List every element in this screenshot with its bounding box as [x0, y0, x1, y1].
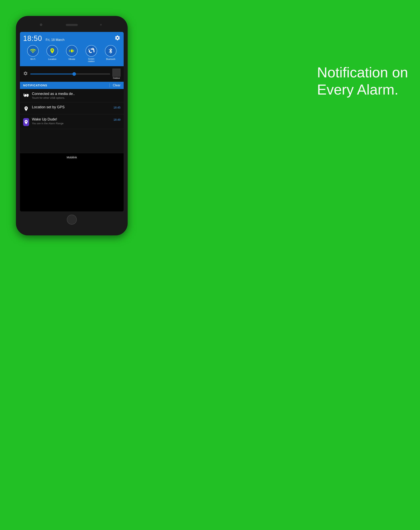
brightness-thumb — [72, 72, 76, 76]
time-display: 18:50 — [23, 34, 42, 43]
carrier-name: Mobilink — [67, 156, 77, 159]
toggle-bluetooth[interactable]: Bluetooth — [105, 45, 116, 63]
gps-row: Location set by GPS 18:45 — [32, 105, 120, 110]
toggle-screen-rotation[interactable]: Screen rotation — [86, 45, 97, 63]
phone-sensor — [100, 24, 102, 26]
outdoor-button[interactable] — [113, 69, 120, 77]
toggle-wifi[interactable]: Wi-Fi — [27, 45, 39, 63]
alarm-time: 18:49 — [114, 118, 120, 121]
clear-button[interactable]: Clear — [113, 84, 120, 87]
outdoor-label: Outdoor — [113, 77, 120, 79]
vibrate-circle — [66, 45, 78, 57]
quick-toggles: Wi-Fi Location — [23, 45, 120, 65]
empty-space — [20, 129, 124, 153]
brightness-fill — [30, 74, 74, 74]
usb-icon — [23, 92, 29, 98]
alarm-row: Wake Up Dude! 18:49 — [32, 117, 120, 122]
side-caption: Notification on Every Alarm. — [317, 64, 408, 98]
alarm-content: Wake Up Dude! 18:49 You are in the Alarm… — [32, 117, 120, 125]
phone-speaker — [66, 24, 78, 26]
notifications-label: NOTIFICATIONS — [23, 84, 110, 87]
toggle-location[interactable]: Location — [46, 45, 58, 63]
alarm-subtitle: You are in the Alarm Range — [32, 122, 120, 125]
usb-subtitle: Touch for other USB options. — [32, 96, 120, 99]
svg-point-0 — [26, 121, 27, 122]
notification-usb[interactable]: Connected as a media de.. Touch for othe… — [20, 89, 124, 102]
phone-body: 18:50 Fri, 18 March — [16, 16, 128, 236]
status-row: 18:50 Fri, 18 March — [23, 34, 120, 43]
gps-content: Location set by GPS 18:45 — [32, 105, 120, 110]
date-display: Fri, 18 March — [46, 38, 64, 42]
rotation-label: Screen rotation — [88, 58, 95, 63]
vibrate-label: Vibrate — [68, 58, 75, 60]
alarm-title: Wake Up Dude! — [32, 117, 57, 121]
phone-screen: 18:50 Fri, 18 March — [20, 32, 124, 211]
settings-gear-icon[interactable] — [115, 35, 120, 42]
home-button[interactable] — [67, 215, 77, 225]
outdoor-wrapper: Outdoor — [113, 69, 120, 79]
phone-bottom — [20, 211, 124, 227]
brightness-icon[interactable] — [23, 71, 28, 77]
phone-device: 18:50 Fri, 18 March — [16, 16, 128, 511]
wifi-label: Wi-Fi — [30, 58, 35, 60]
rotation-circle — [86, 45, 97, 57]
usb-content: Connected as a media de.. Touch for othe… — [32, 92, 120, 99]
phone-camera — [40, 24, 42, 26]
wifi-circle — [27, 45, 39, 57]
location-circle — [46, 45, 58, 57]
phone-top-bar — [20, 20, 124, 30]
alarm-icon-bg — [23, 118, 29, 126]
caption-line2: Every Alarm. — [317, 81, 408, 98]
bluetooth-circle — [105, 45, 116, 57]
notifications-header: NOTIFICATIONS Clear — [20, 82, 124, 89]
carrier-bar: Mobilink — [20, 153, 124, 162]
bluetooth-label: Bluetooth — [106, 58, 115, 60]
notification-alarm[interactable]: Wake Up Dude! 18:49 You are in the Alarm… — [20, 115, 124, 129]
gps-time: 18:45 — [114, 106, 120, 109]
alarm-app-icon — [23, 117, 29, 126]
caption-line1: Notification on — [317, 64, 408, 81]
brightness-slider[interactable] — [30, 74, 110, 74]
gps-icon — [23, 105, 29, 112]
brightness-row: Outdoor — [20, 66, 124, 82]
location-label: Location — [48, 58, 57, 60]
toggle-vibrate[interactable]: Vibrate — [66, 45, 78, 63]
gps-title: Location set by GPS — [32, 105, 65, 109]
notification-gps[interactable]: Location set by GPS 18:45 — [20, 102, 124, 115]
usb-title: Connected as a media de.. — [32, 92, 120, 96]
quick-settings-panel: 18:50 Fri, 18 March — [20, 32, 124, 66]
